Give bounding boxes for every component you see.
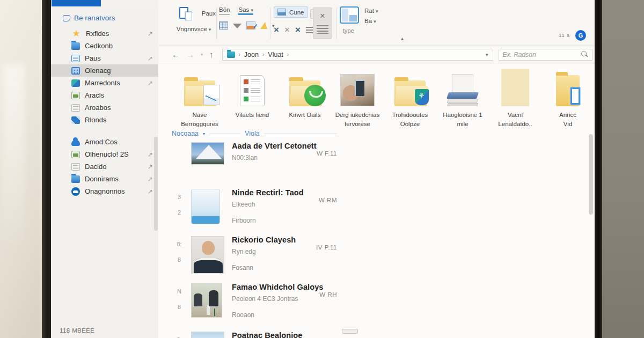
pin-icon[interactable]: ↗	[148, 30, 153, 38]
group-header-line	[264, 134, 337, 134]
sidebar-item-2[interactable]: Paus ↗	[51, 52, 158, 64]
address-dropdown-chevron[interactable]: ▾	[486, 52, 488, 57]
sidebar-item-3-selected[interactable]: Olenacg	[51, 64, 158, 77]
breadcrumb[interactable]: › Joon › Vluat › ▾	[222, 49, 493, 61]
sidebar-item-label: Aracls	[85, 91, 104, 99]
content-scrollbar[interactable]	[589, 134, 593, 215]
chevron-down-icon: ▾	[203, 131, 205, 136]
cleanup-icon[interactable]	[260, 22, 267, 29]
portrait-thumbnail	[191, 236, 224, 274]
sidebar-item-5[interactable]: Aracls	[51, 89, 158, 101]
file-subtitle-2: Fosann	[232, 264, 312, 271]
breadcrumb-segment[interactable]: Vluat	[268, 51, 283, 58]
list-item-2[interactable]: 8:8 Rickorio Clayesh Ryn edg Fosann IV P…	[172, 232, 337, 280]
grid-item-2[interactable]: Kinvrt Oails	[279, 65, 331, 128]
document-icon	[71, 55, 80, 62]
grid-item-4[interactable]: TrohidooutesOolpze	[384, 65, 436, 128]
sidebar-item-label: Aroabos	[85, 104, 111, 112]
ribbon-collapse-chevron[interactable]: ▴	[401, 35, 404, 41]
pin-icon[interactable]: ↗	[148, 79, 153, 87]
ribbon-separator	[216, 8, 217, 39]
sidebar-scrollbar[interactable]	[154, 137, 158, 231]
file-type-badge: W RH	[319, 291, 337, 298]
recent-locations-chevron[interactable]: ▾	[201, 52, 203, 57]
file-subtitle: Ryn edg	[232, 248, 312, 255]
sidebar-item-downloads[interactable]: Donnirams ↗	[51, 173, 158, 185]
list-item-1[interactable]: 32 Ninde Rectirl: Taod Elkeeoh Firboorn …	[172, 185, 337, 232]
pane-toggle-button-pressed[interactable]: ×	[313, 8, 332, 39]
up-button[interactable]: ↑	[209, 50, 214, 59]
pin-icon[interactable]: ↗	[148, 151, 153, 158]
grid-item-5[interactable]: Haoglooisne 1mile	[436, 65, 489, 128]
breadcrumb-segment[interactable]: Joon	[244, 51, 259, 58]
list-item-4[interactable]: 3: Poatnac Bealonioe Bruâson 0 P.(3)utna…	[172, 328, 337, 338]
preview-pane-button[interactable]: Cune	[274, 6, 308, 18]
sidebar-item-label: Dacldo	[85, 163, 106, 171]
list-group-header[interactable]: Nocoaaa ▾ Viola	[172, 129, 337, 138]
ribbon-toolbar: Paux Vngnnvsce ▾ Bön Sas ▾	[158, 0, 595, 46]
sidebar-item-cloud[interactable]: Amod:Cos	[51, 136, 158, 148]
group-header-right: Viola	[245, 130, 260, 137]
pin-icon[interactable]: ↗	[148, 55, 153, 62]
close-icon[interactable]: ×	[284, 25, 290, 35]
sidebar-item-0[interactable]: ★ Rxfides ↗	[51, 27, 158, 40]
sidebar-item-docs[interactable]: Dacldo ↗	[51, 160, 158, 173]
preview-pane-icon	[277, 9, 286, 16]
search-box[interactable]	[499, 49, 592, 61]
account-avatar[interactable]: G	[575, 30, 586, 41]
forward-button[interactable]: →	[186, 50, 194, 59]
pin-icon[interactable]: ↗	[148, 175, 153, 183]
pin-icon[interactable]: ↗	[148, 188, 153, 195]
thumbnail-check-icon[interactable]	[246, 21, 255, 30]
sidebar-item-label: Marredonts	[85, 79, 120, 87]
pin-icon[interactable]: ↗	[148, 163, 153, 171]
document-icon	[71, 163, 80, 171]
chevron-down-icon: ▾	[374, 19, 376, 24]
sidebar-item-6[interactable]: Aroabos	[51, 101, 158, 114]
chevron-down-icon: ▾	[376, 9, 378, 14]
sidebar-item-onedrive[interactable]: Onagnonrios ↗	[51, 185, 158, 197]
sort-dropdown[interactable]: Sas ▾	[238, 6, 253, 15]
grid-item-6[interactable]: VacnlLenaldatdo..	[489, 65, 541, 128]
navigation-pane-dropdown[interactable]: Vngnnvsce ▾	[172, 26, 216, 32]
list-item-0[interactable]: Aada de Vterl Cetonett N00:3lan W F.11	[172, 138, 337, 185]
ribbon-group-view: Bön Sas ▾ ▾	[219, 6, 278, 30]
sidebar-item-label: Olenacg	[85, 67, 111, 75]
group-header-line	[209, 134, 240, 134]
back-button[interactable]: ←	[172, 50, 180, 59]
sidebar-item-label: Rlonds	[85, 116, 106, 124]
grid-item-1[interactable]: Vilaets fiend	[226, 65, 279, 128]
paste-icon	[178, 6, 192, 20]
header-note: 11 a	[559, 33, 570, 38]
grid-item-7[interactable]: AnriccVid	[541, 65, 594, 128]
type-option-2[interactable]: Ba ▾	[364, 18, 378, 24]
paste-button[interactable]: Paux	[202, 10, 216, 17]
sidebar-item-pictures[interactable]: Olhenuclo! 2S ↗	[51, 148, 158, 160]
sidebar-item-label: Amod:Cos	[85, 138, 118, 146]
grid-item-3[interactable]: Derg iukedcniasfervorese	[331, 65, 384, 128]
list-item-3[interactable]: N8 Famao Whidchol Galoys Peoleon 4 EC3 J…	[172, 280, 337, 328]
filter-icon[interactable]	[233, 24, 241, 28]
library-icon	[71, 79, 80, 87]
onedrive-icon	[71, 187, 80, 196]
sidebar-item-1[interactable]: Cedkonb	[51, 40, 158, 52]
sidebar-item-7[interactable]: Rlonds	[51, 114, 158, 126]
file-browser-content: NaveBerroggqures Vilaets fiend Kinvrt Oa…	[158, 63, 595, 338]
background-wall-right	[602, 0, 644, 338]
document-list-icon	[240, 75, 265, 106]
delete-icon[interactable]: ×	[274, 25, 279, 35]
search-input[interactable]	[503, 51, 573, 58]
grid-item-0[interactable]: NaveBerroggqures	[173, 65, 226, 128]
type-option-1[interactable]: Rat ▾	[364, 8, 378, 14]
sidebar-item-label: Cedkonb	[85, 42, 113, 50]
layout-pane-icon[interactable]	[340, 6, 359, 24]
photo-thumbnail-icon	[340, 74, 375, 106]
file-type-badge: W F.11	[317, 150, 337, 157]
details-view-icon[interactable]	[219, 21, 228, 30]
address-bar-row: ← → ▾ ↑ › Joon › Vluat › ▾	[158, 46, 595, 63]
sidebar-item-4[interactable]: Marredonts ↗	[51, 77, 158, 89]
view-option-button[interactable]: Bön	[219, 6, 230, 15]
sidebar-item-label: Olhenuclo! 2S	[85, 150, 129, 158]
remove-icon[interactable]: ×	[295, 25, 301, 35]
chevron-down-icon: ▾	[251, 8, 254, 13]
